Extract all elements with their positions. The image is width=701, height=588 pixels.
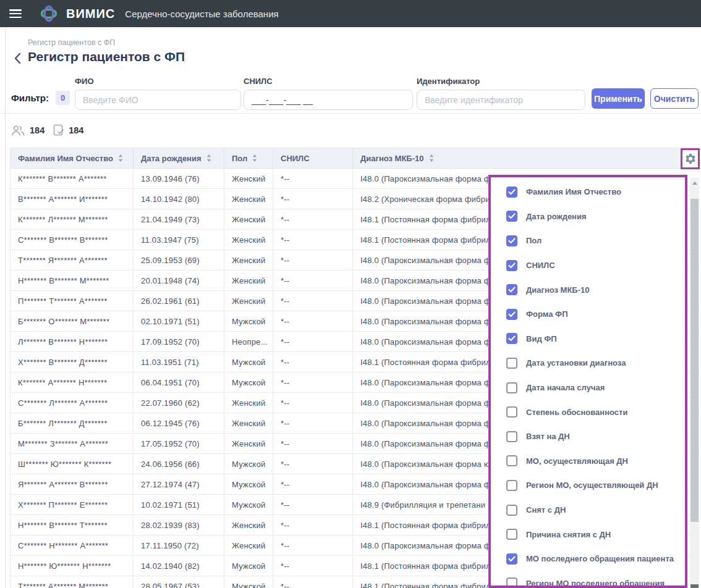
column-settings-item[interactable]: Регион МО последнего обращения [491,571,685,588]
column-settings-item[interactable]: Пол [491,229,685,253]
checkmark-icon [508,556,516,562]
column-checkbox[interactable] [506,284,517,295]
cell-fio: М******* З******* А******* [11,434,134,453]
cell-sex: Мужской [224,352,273,372]
cell-birthdate: 06.12.1945 (76) [134,413,224,433]
column-settings-item[interactable]: Взят на ДН [491,424,685,449]
col-header-sex[interactable]: Пол [224,148,273,168]
column-checkbox[interactable] [506,235,517,246]
snils-input[interactable] [244,90,413,110]
cell-fio: К******* А******* Н******* [11,372,134,392]
column-checkbox[interactable] [506,578,517,588]
breadcrumb[interactable]: Регистр пациентов с ФП [28,38,115,47]
scrollbar-thumb[interactable] [690,199,699,522]
menu-icon[interactable] [9,9,22,18]
column-settings-item[interactable]: Дата рождения [491,204,685,229]
cell-birthdate: 21.04.1949 (73) [134,209,224,229]
column-settings-item[interactable]: Вид ФП [491,327,685,351]
column-settings-item[interactable]: Форма ФП [491,302,685,327]
column-checkbox[interactable] [506,333,517,344]
column-settings-item[interactable]: Дата начала случая [491,376,685,400]
column-settings-item[interactable]: Причина снятия с ДН [491,522,685,547]
cell-sex: Женский [224,209,273,229]
cell-snils: *-- [273,372,353,392]
column-settings-item[interactable]: Регион МО, осуществляющей ДН [491,473,685,498]
cell-snils: *-- [273,291,353,311]
cell-snils: *-- [273,352,353,372]
identifier-input[interactable] [417,90,585,110]
column-settings-item[interactable]: Дата установки диагноза [491,351,685,376]
cell-fio: Т******* Я******* А******* [11,250,134,270]
checkmark-icon [508,189,516,195]
column-checkbox[interactable] [506,187,517,198]
cell-fio: Х******* В******* Д******* [11,352,134,372]
checkmark-icon [508,311,516,317]
cell-fio: Х******* П******* Е******* [11,495,134,514]
cell-snils: *-- [273,209,353,229]
cell-sex: Женский [224,515,273,535]
column-settings-button[interactable] [681,148,700,169]
column-checkbox[interactable] [506,406,517,418]
back-icon[interactable] [14,52,21,64]
cell-snils: *-- [273,474,353,494]
cell-sex: Женский [224,189,273,209]
column-settings-item-label: Дата установки диагноза [526,358,626,368]
column-checkbox[interactable] [506,382,517,393]
scrollbar-down-icon[interactable] [690,584,699,588]
cell-fio: П******* Т******* А******* [11,291,134,311]
column-settings-item-label: Снят с ДН [526,505,566,514]
col-header-birthdate[interactable]: Дата рождения [134,148,224,168]
column-checkbox[interactable] [506,260,517,271]
column-checkbox[interactable] [506,529,517,540]
column-checkbox[interactable] [506,431,517,442]
column-settings-item-label: СНИЛС [526,261,555,270]
sort-icon[interactable] [118,154,123,162]
column-settings-item[interactable]: Фамилия Имя Отчество [491,180,685,204]
checkmark-icon [508,213,516,219]
cell-birthdate: 10.02.1971 (51) [134,495,224,514]
cell-birthdate: 26.02.1961 (61) [134,291,224,311]
fio-input[interactable] [75,90,241,110]
sort-icon[interactable] [252,154,257,162]
column-checkbox[interactable] [506,480,517,491]
cell-birthdate: 17.11.1950 (72) [134,536,224,555]
column-settings-item[interactable]: МО последнего обращения пациента [491,547,685,571]
column-checkbox[interactable] [506,553,517,565]
column-checkbox[interactable] [506,309,517,320]
column-settings-item-label: Причина снятия с ДН [526,530,611,539]
column-settings-item[interactable]: Степень обоснованности [491,400,685,424]
cell-birthdate: 22.07.1960 (62) [134,393,224,413]
clear-button[interactable]: Очистить [650,88,699,109]
scrollbar-up-icon[interactable] [690,178,699,188]
column-settings-item-label: Степень обоснованности [526,408,627,417]
col-header-diagnosis[interactable]: Диагноз МКБ-10 [353,148,700,168]
column-checkbox[interactable] [506,211,517,222]
app-subtitle: Сердечно-сосудистые заболевания [125,9,278,19]
col-header-snils[interactable]: СНИЛС [273,148,353,168]
cell-fio: Ш******* Ю******* К******* [11,454,134,474]
col-header-fio[interactable]: Фамилия Имя Отчество [11,148,134,168]
cell-snils: *-- [273,271,353,290]
cell-sex: Мужской [224,474,273,494]
app-name: ВИМИС [66,7,115,21]
checkmark-icon [508,287,516,293]
column-checkbox[interactable] [506,455,517,466]
column-settings-item[interactable]: СНИЛС [491,253,685,278]
column-checkbox[interactable] [506,505,517,516]
column-checkbox[interactable] [506,358,517,369]
column-settings-item-label: Фамилия Имя Отчество [526,187,621,196]
column-settings-item[interactable]: Снят с ДН [491,498,685,523]
cell-sex: Женский [224,271,273,290]
cell-snils: *-- [273,332,353,351]
cell-snils: *-- [273,536,353,555]
sort-icon[interactable] [429,154,434,162]
cell-birthdate: 17.05.1952 (70) [134,434,224,453]
scrollbar[interactable] [690,178,699,588]
cell-snils: *-- [273,311,353,331]
cell-fio: Б******* Л******* Д******* [11,413,134,433]
apply-button[interactable]: Применить [592,88,645,109]
column-settings-item[interactable]: Диагноз МКБ-10 [491,277,685,302]
column-settings-item[interactable]: МО, осуществляющая ДН [491,449,685,474]
cell-fio: С******* Н******* А******* [11,536,134,555]
sort-icon[interactable] [206,154,211,162]
